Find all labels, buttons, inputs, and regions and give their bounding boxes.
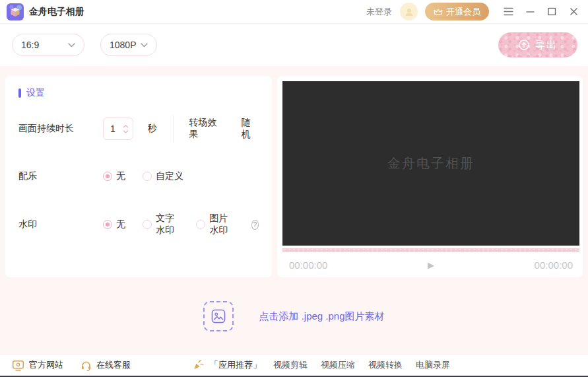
music-row: 配乐 无 自定义 — [18, 170, 259, 182]
chevron-down-icon — [68, 43, 75, 48]
aspect-ratio-value: 16:9 — [21, 40, 39, 50]
add-media-hint[interactable]: 点击添加 .jpeg .png图片素材 — [259, 310, 384, 323]
divider — [173, 115, 174, 143]
link-video-convert[interactable]: 视频转换 — [368, 359, 403, 371]
preview-panel: 金舟电子相册 00:00:00 ▶ 00:00:00 — [277, 76, 583, 277]
official-website-link[interactable]: 官方网站 — [12, 359, 63, 371]
footer-bar: 官方网站 在线客服 「应用推荐」 视频剪辑 视频压缩 视频转换 电脑录屏 — [0, 354, 588, 376]
total-time: 00:00:00 — [535, 259, 573, 271]
maximize-icon[interactable] — [546, 7, 557, 17]
link-video-edit[interactable]: 视频剪辑 — [273, 359, 308, 371]
watermark-option-text[interactable]: 文字水印 — [143, 213, 179, 236]
user-avatar[interactable] — [400, 3, 418, 20]
radio-checked-icon — [103, 220, 112, 229]
radio-label: 无 — [116, 219, 125, 230]
main-area: 设置 画面持续时长 1 秒 转场效果 随机 配乐 无 — [0, 66, 588, 277]
video-preview: 金舟电子相册 — [282, 81, 579, 246]
watermark-label: 水印 — [18, 219, 103, 230]
help-icon[interactable]: ? — [251, 220, 259, 230]
login-status[interactable]: 未登录 — [366, 6, 392, 18]
app-logo-icon — [7, 3, 24, 20]
online-support-link[interactable]: 在线客服 — [81, 359, 131, 371]
recommend-links: 视频剪辑 视频压缩 视频转换 电脑录屏 — [273, 359, 450, 371]
monitor-icon — [12, 360, 24, 371]
watermark-option-none[interactable]: 无 — [103, 219, 125, 230]
play-icon[interactable]: ▶ — [428, 261, 434, 269]
avatar-placeholder-icon — [404, 7, 414, 17]
online-support-label: 在线客服 — [96, 359, 131, 371]
add-media-section: 点击添加 .jpeg .png图片素材 — [0, 301, 588, 331]
toolbar: 16:9 1080P 导出 — [0, 24, 588, 66]
video-placeholder-text: 金舟电子相册 — [387, 154, 474, 172]
stepper-down-icon — [123, 130, 129, 133]
playback-controls: 00:00:00 ▶ 00:00:00 — [282, 252, 579, 277]
aspect-ratio-select[interactable]: 16:9 — [12, 34, 84, 56]
duration-value: 1 — [104, 123, 123, 134]
watermark-option-image[interactable]: 图片水印 — [196, 213, 232, 236]
close-icon[interactable] — [568, 7, 579, 17]
titlebar: 金舟电子相册 未登录 开通会员 — [0, 0, 588, 24]
image-icon — [211, 308, 226, 324]
headset-icon — [81, 360, 92, 371]
settings-title: 设置 — [26, 87, 45, 99]
app-recommend-group: 「应用推荐」 视频剪辑 视频压缩 视频转换 电脑录屏 — [191, 359, 450, 372]
radio-label: 文字水印 — [156, 213, 179, 236]
menu-icon[interactable] — [503, 7, 513, 17]
app-title: 金舟电子相册 — [29, 6, 84, 18]
official-website-label: 官方网站 — [29, 359, 63, 371]
vip-button-label: 开通会员 — [446, 6, 480, 18]
music-option-custom[interactable]: 自定义 — [143, 170, 183, 182]
radio-label: 图片水印 — [209, 213, 232, 236]
resolution-value: 1080P — [110, 40, 136, 50]
radio-unchecked-icon — [143, 172, 152, 181]
duration-stepper[interactable] — [123, 125, 133, 133]
section-marker — [18, 88, 21, 98]
music-label: 配乐 — [18, 170, 103, 182]
radio-unchecked-icon — [143, 220, 152, 229]
radio-label: 自定义 — [156, 170, 183, 182]
recommend-title: 「应用推荐」 — [210, 359, 261, 371]
duration-label: 画面持续时长 — [18, 123, 103, 135]
stepper-up-icon — [123, 125, 129, 128]
radio-label: 无 — [116, 170, 125, 182]
music-option-none[interactable]: 无 — [103, 170, 125, 182]
crown-icon — [434, 8, 443, 16]
megaphone-icon — [191, 359, 205, 372]
resolution-select[interactable]: 1080P — [100, 34, 157, 56]
duration-input[interactable]: 1 — [103, 118, 133, 140]
minimize-icon[interactable] — [525, 7, 535, 17]
radio-unchecked-icon — [196, 220, 205, 229]
link-video-compress[interactable]: 视频压缩 — [321, 359, 355, 371]
add-image-button[interactable] — [203, 301, 234, 331]
settings-header: 设置 — [18, 87, 259, 99]
current-time: 00:00:00 — [289, 259, 327, 271]
transition-label: 转场效果 — [189, 117, 224, 141]
chevron-down-icon — [141, 43, 148, 48]
duration-row: 画面持续时长 1 秒 转场效果 随机 — [18, 115, 259, 143]
export-label: 导出 — [535, 39, 558, 51]
duration-unit: 秒 — [148, 123, 157, 135]
upload-icon — [518, 39, 530, 51]
open-vip-button[interactable]: 开通会员 — [425, 3, 489, 20]
export-button[interactable]: 导出 — [498, 32, 577, 57]
radio-checked-icon — [103, 172, 112, 181]
transition-value[interactable]: 随机 — [242, 117, 259, 141]
watermark-row: 水印 无 文字水印 图片水印 ? — [18, 213, 259, 236]
link-screen-record[interactable]: 电脑录屏 — [416, 359, 450, 371]
settings-panel: 设置 画面持续时长 1 秒 转场效果 随机 配乐 无 — [5, 76, 272, 277]
